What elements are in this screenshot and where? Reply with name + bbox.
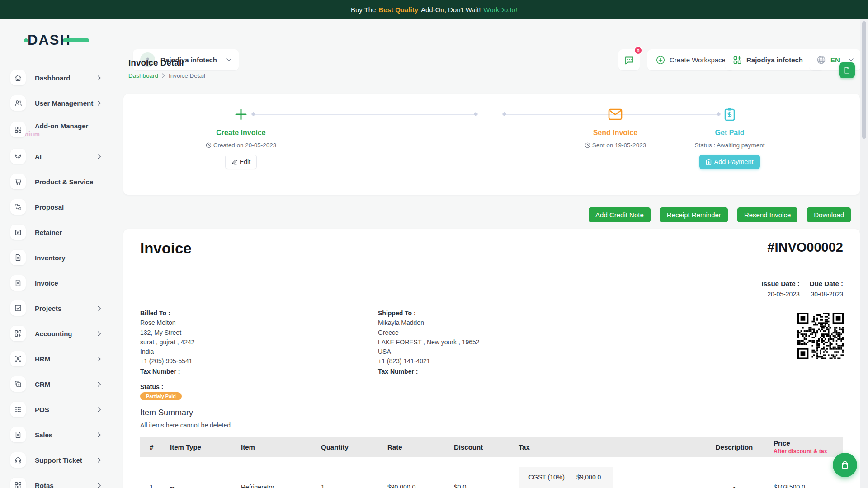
row-quantity: 1 — [321, 466, 387, 488]
price-subtitle: After discount & tax — [774, 448, 843, 455]
col-discount: Discount — [454, 443, 519, 451]
shipped-tax-label: Tax Number : — [378, 367, 480, 376]
create-workspace-label: Create Workspace — [670, 56, 726, 64]
items-table-header: # Item Type Item Quantity Rate Discount … — [140, 437, 843, 457]
sidebar-item-dashboard[interactable]: Dashboard — [0, 65, 123, 90]
col-rate: Rate — [387, 443, 454, 451]
banner-brand-link[interactable]: WorkDo.Io! — [483, 6, 517, 14]
messages-button[interactable]: 0 — [618, 49, 640, 70]
breadcrumb-dashboard-link[interactable]: Dashboard — [128, 72, 158, 79]
chat-count-badge: 0 — [634, 46, 642, 55]
check-square-icon — [10, 300, 26, 316]
status-badge: Partialy Paid — [140, 392, 182, 400]
header: DASH Rajodiya infotech 0 Create Workspac… — [0, 19, 868, 61]
row-index: 1 — [140, 466, 170, 488]
copy-icon — [10, 376, 26, 392]
status-label: Status : — [140, 383, 163, 390]
scrollbar-thumb[interactable] — [862, 21, 866, 139]
logo-bar — [63, 38, 89, 42]
grid-icon — [10, 478, 26, 488]
chevron-right-icon — [98, 306, 101, 311]
edit-invoice-button[interactable]: Edit — [225, 155, 257, 169]
item-summary-note: All items here cannot be deleted. — [140, 422, 232, 429]
sidebar-item-addon-manager[interactable]: Add-on Manager Premium — [0, 116, 123, 144]
sidebar-item-rotas[interactable]: Rotas — [0, 473, 123, 488]
row-tax-name: CGST (10%) — [528, 474, 565, 488]
proposal-icon — [10, 199, 26, 215]
save-icon — [10, 225, 26, 240]
chevron-right-icon — [98, 458, 101, 463]
sidebar-item-accounting[interactable]: Accounting — [0, 321, 123, 346]
col-description: Description — [695, 443, 774, 451]
logo-dot — [24, 38, 28, 42]
row-item-type: -- — [170, 466, 241, 488]
breadcrumb-current: Invoice Detail — [169, 72, 205, 79]
quick-purchase-button[interactable] — [833, 453, 857, 477]
sidebar-item-hrm[interactable]: HRM — [0, 346, 123, 371]
sidebar-item-support-ticket[interactable]: Support Ticket — [0, 447, 123, 473]
sidebar-item-product-service[interactable]: Product & Service — [0, 169, 123, 194]
issue-date-value: 20-05-2023 — [762, 291, 800, 298]
sidebar-item-proposal[interactable]: Proposal — [0, 194, 123, 220]
chevron-down-icon — [849, 58, 854, 61]
row-tax-amount: $9,000.0 — [576, 474, 601, 488]
chevron-right-icon — [98, 357, 101, 361]
cart-icon — [10, 174, 26, 189]
sidebar-item-crm[interactable]: CRM — [0, 371, 123, 397]
sidebar-item-inventory[interactable]: Inventory — [0, 245, 123, 270]
invoice-dates: Issue Date : 20-05-2023 Due Date : 30-08… — [762, 280, 843, 298]
scrollbar[interactable] — [860, 19, 868, 488]
edit-icon — [231, 159, 237, 165]
col-item: Item — [241, 443, 321, 451]
due-date-block: Due Date : 30-08-2023 — [810, 280, 843, 298]
grid-plus-icon — [10, 326, 26, 341]
resend-invoice-button[interactable]: Resend Invoice — [737, 207, 797, 222]
chevron-right-icon — [98, 101, 101, 106]
sidebar-item-ai[interactable]: AI — [0, 144, 123, 169]
language-code: EN — [830, 56, 840, 64]
item-summary-title: Item Summary — [140, 408, 193, 418]
billed-line: +1 (205) 995-5541 — [140, 357, 195, 366]
add-payment-button[interactable]: Add Payment — [699, 155, 760, 169]
billed-tax-label: Tax Number : — [140, 367, 195, 376]
sidebar: Dashboard User Management Add-on Manager… — [0, 61, 123, 488]
add-credit-note-button[interactable]: Add Credit Note — [589, 207, 651, 222]
promo-banner: Buy The Best Quality Add-On, Don't Wait!… — [0, 0, 868, 19]
shipped-to-block: Shipped To : Mikayla Madden Greece LAKE … — [378, 309, 480, 376]
due-date-value: 30-08-2023 — [810, 291, 843, 298]
file-icon — [10, 275, 26, 291]
sidebar-item-projects[interactable]: Projects — [0, 296, 123, 321]
dash-logo[interactable]: DASH — [28, 32, 91, 48]
billed-line: 132, My Street — [140, 328, 195, 338]
table-row: 1 -- Refrigerator 1 $90,000.0 $0.0 CGST … — [140, 457, 843, 488]
breadcrumb: Dashboard Invoice Detail — [128, 72, 205, 79]
sidebar-item-sales[interactable]: Sales — [0, 422, 123, 447]
invoice-preview-button[interactable] — [839, 62, 855, 78]
home-icon — [10, 70, 26, 85]
chevron-right-icon — [162, 73, 165, 78]
billed-line: Rose Melton — [140, 318, 195, 328]
create-workspace-button[interactable]: Create Workspace — [647, 49, 734, 70]
shipped-line: Mikayla Madden — [378, 318, 480, 328]
created-on-text: Created on 20-05-2023 — [213, 142, 277, 149]
sidebar-item-invoice[interactable]: Invoice — [0, 270, 123, 296]
users-icon — [10, 95, 26, 111]
person-scan-icon — [10, 351, 26, 366]
billed-to-block: Billed To : Rose Melton 132, My Street s… — [140, 309, 195, 376]
col-index: # — [140, 443, 170, 451]
row-tax-box: CGST (10%) $9,000.0 — [519, 467, 613, 488]
download-button[interactable]: Download — [807, 207, 851, 222]
shipped-line: +1 (823) 141-4021 — [378, 357, 480, 366]
invoice-actions: Add Credit Note Receipt Reminder Resend … — [123, 207, 851, 222]
grid-plus-icon — [733, 56, 742, 65]
chevron-right-icon — [98, 407, 101, 412]
sidebar-item-pos[interactable]: POS — [0, 397, 123, 422]
sidebar-item-retainer[interactable]: Retainer — [0, 220, 123, 245]
sidebar-item-user-management[interactable]: User Management — [0, 90, 123, 116]
globe-icon — [816, 55, 826, 65]
file-icon — [10, 250, 26, 265]
receipt-reminder-button[interactable]: Receipt Reminder — [660, 207, 728, 222]
chevron-right-icon — [98, 483, 101, 488]
issue-date-block: Issue Date : 20-05-2023 — [762, 280, 800, 298]
banner-text-prefix: Buy The — [351, 6, 376, 14]
